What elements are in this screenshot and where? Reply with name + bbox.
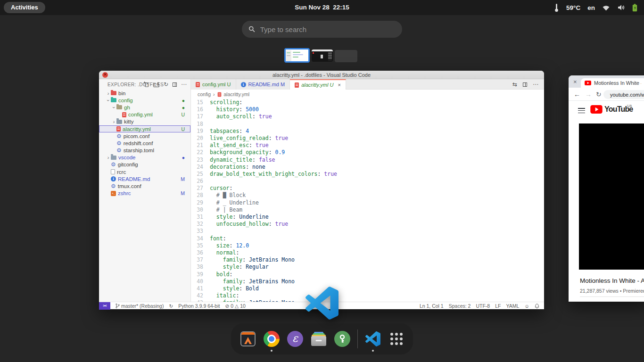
code-line-42[interactable]: 42 italic: [191,292,544,299]
code-line-23[interactable]: 23dynamic_title: false [191,156,544,164]
code-editor[interactable]: 15scrolling:16 history: 500017 auto_scro… [191,99,544,302]
code-line-35[interactable]: 35 size: 12.0 [191,242,544,249]
dock-icon-emacs[interactable]: ε [287,330,304,347]
code-line-40[interactable]: 40 family: JetBrains Mono [191,278,544,285]
encoding[interactable]: UTF-8 [476,303,490,309]
explorer-more-actions-icon[interactable]: ⋯ [181,82,187,87]
tree-item-gitconfig[interactable]: ⚙gitconfig [99,161,190,168]
code-line-34[interactable]: 34font: [191,235,544,242]
code-line-38[interactable]: 38 style: Regular [191,263,544,271]
tree-item-alacritty.yml[interactable]: alacritty.ymlU [99,125,190,132]
window-close-button[interactable]: ✕ [102,72,108,78]
split-editor-icon[interactable] [523,82,527,87]
tree-item-gh[interactable]: ›gh● [99,104,190,111]
code-line-24[interactable]: 24decorations: none [191,164,544,171]
code-line-17[interactable]: 17 auto_scroll: true [191,113,544,120]
tree-item-README.md[interactable]: iREADME.mdM [99,175,190,182]
tab-close-icon[interactable]: × [573,78,577,85]
forward-button[interactable]: → [585,88,592,101]
new-file-icon[interactable] [144,82,149,87]
code-line-21[interactable]: 21alt_send_esc: true [191,142,544,149]
code-line-32[interactable]: 32 unfocused_hollow: true [191,221,544,228]
code-line-31[interactable]: 31 style: Underline [191,214,544,221]
address-bar[interactable]: youtube.com/wa [603,90,644,99]
tree-item-rcrc[interactable]: rcrc [99,168,190,175]
tree-item-redshift.conf[interactable]: ⚙redshift.conf [99,140,190,147]
workspace-thumbnail-3[interactable] [335,50,357,62]
remote-indicator[interactable]: >< [99,302,110,310]
dock-icon-chrome[interactable] [263,330,280,347]
tab-close-icon[interactable]: × [338,82,340,88]
tree-item-zshrc[interactable]: >_zshrcM [99,190,190,197]
chrome-active-tab[interactable]: Motionless In White - A [581,78,644,88]
tree-item-tmux.conf[interactable]: ⚙tmux.conf [99,182,190,189]
chrome-window[interactable]: × Motionless In White - A ← → ↻ [569,75,644,302]
workspace-thumbnail-1[interactable] [284,48,310,63]
tree-item-config[interactable]: ›config● [99,97,190,104]
code-line-25[interactable]: 25draw_bold_text_with_bright_colors: tru… [191,171,544,178]
code-line-28[interactable]: 28 # █ Block [191,192,544,199]
code-line-22[interactable]: 22background_opacity: 0.9 [191,149,544,156]
vscode-titlebar[interactable]: alacritty.yml - .dotfiles - Visual Studi… [99,71,544,79]
code-line-18[interactable]: 18 [191,121,544,128]
tree-item-config.yml[interactable]: config.ymlU [99,111,190,118]
tree-chevron-icon[interactable]: › [111,119,116,124]
indentation[interactable]: Spaces: 2 [449,303,471,309]
code-line-27[interactable]: 27cursor: [191,185,544,192]
problems-status[interactable]: ⊘ 0 △ 10 [225,303,245,309]
clock[interactable]: Sun Nov 28 22:15 [295,0,349,15]
youtube-logo[interactable]: YouTube [590,105,633,114]
breadcrumb-folder[interactable]: config [198,91,211,97]
tree-chevron-icon[interactable]: › [106,98,111,103]
editor-more-actions-icon[interactable]: ⋯ [533,81,538,88]
reload-button[interactable]: ↻ [596,88,602,101]
tree-item-bin[interactable]: ›bin [99,90,190,97]
vscode-window[interactable]: alacritty.yml - .dotfiles - Visual Studi… [99,71,544,309]
dock-icon-keepassxc[interactable] [334,330,351,347]
back-button[interactable]: ← [574,88,580,101]
code-line-36[interactable]: 36 normal: [191,249,544,256]
git-branch-status[interactable]: master* (Rebasing) [116,303,164,309]
dock-icon-alacritty[interactable] [239,330,256,347]
tree-item-picom.conf[interactable]: ⚙picom.conf [99,132,190,140]
code-line-33[interactable]: 33 [191,228,544,235]
tree-item-kitty[interactable]: ›kitty [99,118,190,125]
code-line-29[interactable]: 29 # _ Underline [191,199,544,206]
code-line-15[interactable]: 15scrolling: [191,99,544,106]
collapse-folders-icon[interactable] [173,82,177,87]
menu-hamburger-icon[interactable] [578,108,585,115]
language-mode[interactable]: YAML [506,303,519,309]
open-changes-icon[interactable]: ⇆ [512,81,517,88]
breadcrumb[interactable]: config › alacritty.yml [191,90,544,99]
tree-chevron-icon[interactable]: › [111,105,117,110]
new-folder-icon[interactable] [153,82,159,87]
keyboard-layout-indicator[interactable]: en [587,4,595,11]
code-line-20[interactable]: 20live_config_reload: true [191,135,544,142]
search-input[interactable] [260,25,396,33]
editor-tab-alacritty.yml[interactable]: alacritty.yml U× [290,79,346,90]
cursor-position[interactable]: Ln 1, Col 1 [420,303,444,309]
overview-search[interactable] [242,21,402,38]
editor-tab-config.yml[interactable]: config.yml U [191,79,236,90]
code-line-26[interactable]: 26 [191,178,544,185]
tree-item-starship.toml[interactable]: ⚙starship.toml [99,147,190,154]
code-line-37[interactable]: 37 family: JetBrains Mono [191,256,544,263]
refresh-explorer-icon[interactable]: ↻ [164,82,168,87]
dock-icon-app-grid[interactable] [388,330,405,347]
system-tray[interactable]: 59°C en [554,0,637,15]
code-line-39[interactable]: 39 bold: [191,271,544,278]
video-player[interactable] [579,123,644,270]
dock-icon-files[interactable] [310,330,327,347]
python-interpreter[interactable]: Python 3.9.9 64-bit [178,303,220,309]
notifications-bell-icon[interactable] [535,304,539,309]
vscode-app-icon-large[interactable] [305,287,339,320]
editor-tab-README.md[interactable]: iREADME.md M [236,79,290,90]
code-line-30[interactable]: 30 # | Beam [191,206,544,214]
code-line-16[interactable]: 16 history: 5000 [191,106,544,113]
breadcrumb-file[interactable]: alacritty.yml [224,91,250,97]
tree-chevron-icon[interactable]: › [106,90,111,96]
dock-icon-vscode[interactable] [364,330,381,347]
git-sync-icon[interactable]: ↻ [169,303,173,309]
tree-item-vscode[interactable]: ›vscode● [99,154,190,161]
feedback-smiley-icon[interactable]: ☺ [524,303,529,309]
